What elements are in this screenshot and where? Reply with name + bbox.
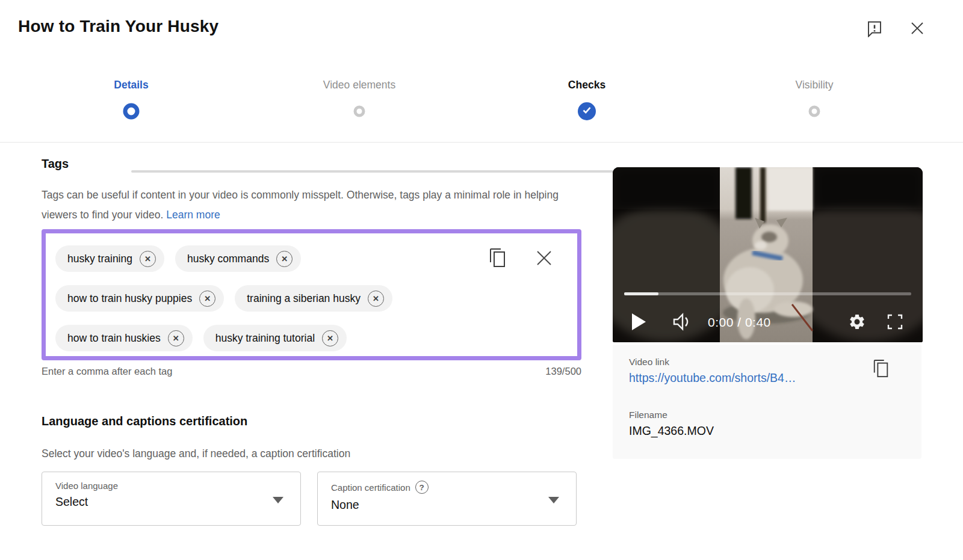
caption-certification-value: None: [331, 498, 563, 512]
language-description: Select your video's language and, if nee…: [42, 444, 559, 464]
player-progress-loaded: [624, 292, 658, 295]
caption-certification-label: Caption certification ?: [331, 481, 563, 494]
dropdown-caret-icon: [548, 497, 559, 503]
video-language-label: Video language: [55, 481, 287, 491]
progress-stepper: Details Video elements Checks Visibility: [0, 60, 963, 142]
tags-input-inner: husky training ✕ husky commands ✕ how to…: [46, 233, 577, 356]
clear-icon: [535, 249, 553, 269]
tag-remove-button[interactable]: ✕: [168, 330, 184, 346]
checkmark-icon: [581, 105, 592, 118]
tag-chip-label: how to train husky puppies: [67, 292, 192, 305]
tag-chip: how to train huskies ✕: [55, 325, 193, 351]
dropdown-caret-icon: [273, 497, 283, 503]
tab-checks-label: Checks: [568, 79, 605, 91]
tab-video-elements[interactable]: Video elements: [323, 79, 395, 91]
copy-icon: [488, 247, 507, 271]
play-icon: [631, 313, 646, 333]
upload-dialog: How to Train Your Husky Details: [0, 0, 963, 560]
tag-chip: husky training ✕: [55, 245, 164, 272]
tab-visibility[interactable]: Visibility: [796, 79, 834, 91]
learn-more-link[interactable]: Learn more: [166, 209, 220, 221]
play-button[interactable]: [631, 313, 646, 333]
close-button[interactable]: [909, 20, 926, 38]
stepper-divider: [0, 142, 963, 143]
tag-row: how to train huskies ✕ husky training tu…: [55, 325, 568, 351]
tag-remove-button[interactable]: ✕: [199, 291, 215, 307]
copy-icon: [872, 358, 890, 381]
copy-link-button[interactable]: [872, 358, 890, 381]
tag-chip: husky commands ✕: [175, 245, 301, 272]
fullscreen-button[interactable]: [887, 313, 903, 332]
tag-chip-label: husky training: [67, 253, 132, 265]
tags-description: Tags can be useful if content in your vi…: [42, 185, 559, 225]
tab-details[interactable]: Details: [114, 79, 148, 91]
video-language-dropdown[interactable]: Video language Select: [42, 472, 301, 526]
tags-helper-text: Enter a comma after each tag: [42, 366, 172, 377]
feedback-icon: [865, 19, 884, 39]
video-language-value: Select: [55, 495, 287, 509]
fullscreen-icon: [887, 313, 903, 332]
video-link-block: Video link https://youtube.com/shorts/B4…: [629, 357, 796, 385]
video-link-url[interactable]: https://youtube.com/shorts/B4…: [629, 371, 796, 385]
player-controls: 0:00 / 0:40: [613, 304, 923, 340]
volume-button[interactable]: [672, 313, 692, 333]
tag-remove-button[interactable]: ✕: [322, 330, 338, 346]
step-dot-details[interactable]: [123, 103, 140, 120]
tag-chip: how to train husky puppies ✕: [55, 285, 224, 312]
clear-tags-button[interactable]: [535, 249, 553, 269]
tags-helper-row: Enter a comma after each tag 139/500: [42, 366, 581, 377]
caption-certification-label-text: Caption certification: [331, 482, 410, 493]
filename-label: Filename: [629, 410, 714, 420]
help-icon[interactable]: ?: [415, 481, 429, 494]
video-player[interactable]: 0:00 / 0:40: [613, 167, 923, 342]
copy-tags-button[interactable]: [488, 247, 507, 271]
filename-block: Filename IMG_4366.MOV: [629, 410, 714, 438]
video-link-label: Video link: [629, 357, 796, 368]
tags-description-text: Tags can be useful if content in your vi…: [42, 189, 559, 221]
feedback-button[interactable]: [865, 19, 884, 39]
dialog-title: How to Train Your Husky: [18, 17, 218, 36]
language-heading: Language and captions certification: [42, 414, 247, 428]
tab-details-label: Details: [114, 79, 148, 91]
tag-chip-label: husky training tutorial: [215, 332, 315, 345]
tag-chip-label: how to train huskies: [67, 332, 161, 345]
tag-row: how to train husky puppies ✕ training a …: [55, 285, 568, 312]
tag-chip-label: training a siberian husky: [247, 292, 361, 305]
player-time: 0:00 / 0:40: [708, 315, 771, 330]
player-progress-bar[interactable]: [624, 292, 911, 295]
tagbox-actions: [488, 247, 553, 271]
tags-input-highlighted[interactable]: husky training ✕ husky commands ✕ how to…: [42, 229, 581, 360]
tag-chip: training a siberian husky ✕: [235, 285, 392, 312]
tab-visibility-label: Visibility: [796, 79, 834, 91]
caption-certification-dropdown[interactable]: Caption certification ? None: [317, 472, 577, 526]
tag-remove-button[interactable]: ✕: [276, 251, 293, 267]
step-dot-video-elements[interactable]: [354, 106, 365, 117]
filename-value: IMG_4366.MOV: [629, 424, 714, 438]
tags-char-counter: 139/500: [545, 366, 581, 377]
tag-chip-label: husky commands: [187, 253, 269, 265]
gear-icon: [848, 313, 866, 333]
close-icon: [909, 20, 926, 38]
tab-video-elements-label: Video elements: [323, 79, 395, 91]
volume-icon: [672, 313, 692, 333]
tag-remove-button[interactable]: ✕: [140, 251, 156, 267]
tab-checks[interactable]: Checks: [568, 79, 605, 91]
tag-chip: husky training tutorial ✕: [203, 325, 347, 351]
tags-heading: Tags: [42, 157, 69, 171]
step-dot-checks[interactable]: [578, 102, 596, 120]
step-dot-visibility[interactable]: [809, 106, 820, 117]
video-info-panel: Video link https://youtube.com/shorts/B4…: [613, 345, 921, 459]
header-actions: [865, 19, 926, 39]
tag-remove-button[interactable]: ✕: [368, 291, 384, 307]
settings-button[interactable]: [848, 313, 866, 333]
